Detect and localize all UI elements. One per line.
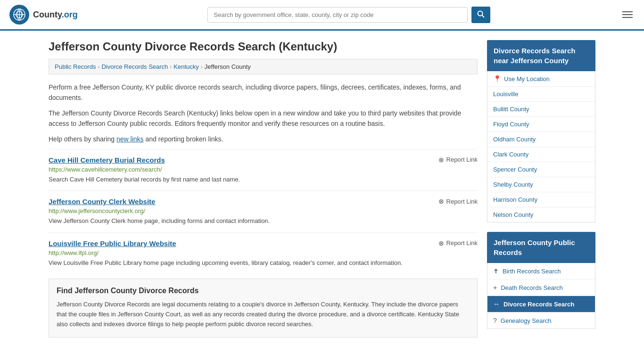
sidebar-nearby-section: Divorce Records Search near Jefferson Co… xyxy=(487,40,595,222)
nelson-link[interactable]: Nelson County xyxy=(493,211,533,218)
sidebar-nearby-harrison[interactable]: Harrison County xyxy=(487,192,595,207)
report-icon-0: ⊗ xyxy=(438,156,444,164)
breadcrumb-divorce-records-search[interactable]: Divorce Records Search xyxy=(101,63,168,70)
menu-line-2 xyxy=(622,14,633,15)
record-title-0[interactable]: Cave Hill Cemetery Burial Records xyxy=(49,156,165,164)
sidebar-death-records[interactable]: + Death Records Search xyxy=(487,280,595,296)
intro-para3-suffix: and reporting broken links. xyxy=(144,135,223,143)
record-item-1: Jefferson County Clerk Website ⊗ Report … xyxy=(49,190,478,232)
report-label-2: Report Link xyxy=(446,239,478,247)
louisville-link[interactable]: Louisville xyxy=(493,90,518,98)
sidebar-birth-records[interactable]: ✝ Birth Records Search xyxy=(487,263,595,280)
record-header-0: Cave Hill Cemetery Burial Records ⊗ Repo… xyxy=(49,156,478,164)
use-my-location-link[interactable]: Use My Location xyxy=(504,75,550,82)
record-title-2[interactable]: Louisville Free Public Library Website xyxy=(49,239,176,247)
genealogy-link[interactable]: Genealogy Search xyxy=(501,317,552,324)
record-header-1: Jefferson County Clerk Website ⊗ Report … xyxy=(49,197,478,206)
record-desc-0: Search Cave Hill Cemetery burial records… xyxy=(49,175,478,184)
sidebar-nearby-spencer[interactable]: Spencer County xyxy=(487,162,595,177)
search-button[interactable] xyxy=(471,7,490,23)
logo-tld: .org xyxy=(62,10,78,19)
breadcrumb: Public Records › Divorce Records Search … xyxy=(49,59,478,74)
svg-line-6 xyxy=(482,15,485,17)
breadcrumb-current: Jefferson County xyxy=(205,63,251,70)
sidebar-nearby-clark[interactable]: Clark County xyxy=(487,147,595,162)
logo-text: County.org xyxy=(33,10,78,20)
record-title-1[interactable]: Jefferson County Clerk Website xyxy=(49,197,155,206)
sidebar-nearby-list: 📍 Use My Location Louisville Bullitt Cou… xyxy=(487,71,595,222)
death-icon: + xyxy=(493,284,497,291)
find-section: Find Jefferson County Divorce Records Je… xyxy=(49,279,478,337)
search-icon xyxy=(477,10,485,18)
intro-para-3: Help others by sharing new links and rep… xyxy=(49,134,478,144)
record-desc-2: View Louisville Free Public Library home… xyxy=(49,258,478,268)
intro-para-2: The Jefferson County Divorce Records Sea… xyxy=(49,108,478,129)
breadcrumb-sep-3: › xyxy=(201,64,203,70)
sidebar-nearby-floyd[interactable]: Floyd County xyxy=(487,117,595,132)
sidebar-divorce-records[interactable]: ↔ Divorce Records Search xyxy=(487,296,595,313)
sidebar-public-records-section: Jefferson County Public Records ✝ Birth … xyxy=(487,232,595,329)
birth-records-link[interactable]: Birth Records Search xyxy=(503,268,561,275)
main-content: Jefferson County Divorce Records Search … xyxy=(49,40,478,338)
oldham-link[interactable]: Oldham County xyxy=(493,136,536,143)
shelby-link[interactable]: Shelby County xyxy=(493,181,533,188)
breadcrumb-public-records[interactable]: Public Records xyxy=(55,63,96,70)
page-title: Jefferson County Divorce Records Search … xyxy=(49,40,478,53)
record-url-1: http://www.jeffersoncountyclerk.org/ xyxy=(49,207,478,214)
sidebar: Divorce Records Search near Jefferson Co… xyxy=(487,40,595,338)
report-link-btn-2[interactable]: ⊗ Report Link xyxy=(438,239,478,247)
record-item-0: Cave Hill Cemetery Burial Records ⊗ Repo… xyxy=(49,149,478,191)
logo-icon xyxy=(9,5,29,25)
pin-icon: 📍 xyxy=(493,75,501,82)
report-link-btn-1[interactable]: ⊗ Report Link xyxy=(438,197,478,205)
clark-link[interactable]: Clark County xyxy=(493,151,528,158)
record-list: Cave Hill Cemetery Burial Records ⊗ Repo… xyxy=(49,149,478,274)
sidebar-nearby-oldham[interactable]: Oldham County xyxy=(487,132,595,147)
report-icon-2: ⊗ xyxy=(438,239,444,247)
report-icon-1: ⊗ xyxy=(438,197,444,205)
report-label-1: Report Link xyxy=(446,198,478,205)
menu-line-1 xyxy=(622,11,633,12)
find-section-text: Jefferson County Divorce Records are leg… xyxy=(57,300,470,329)
sidebar-genealogy-search[interactable]: ? Genealogy Search xyxy=(487,313,595,329)
sidebar-use-my-location[interactable]: 📍 Use My Location xyxy=(487,71,595,87)
sidebar-nearby-nelson[interactable]: Nelson County xyxy=(487,207,595,222)
breadcrumb-sep-2: › xyxy=(170,64,172,70)
sidebar-nearby-louisville[interactable]: Louisville xyxy=(487,87,595,102)
divorce-icon: ↔ xyxy=(493,300,500,308)
report-link-btn-0[interactable]: ⊗ Report Link xyxy=(438,156,478,164)
menu-line-3 xyxy=(622,17,633,18)
record-url-0: https://www.cavehillcemetery.com/search/ xyxy=(49,166,478,173)
sidebar-public-records-header: Jefferson County Public Records xyxy=(487,232,595,263)
sidebar-public-records-list: ✝ Birth Records Search + Death Records S… xyxy=(487,263,595,329)
sidebar-nearby-header: Divorce Records Search near Jefferson Co… xyxy=(487,40,595,71)
record-header-2: Louisville Free Public Library Website ⊗… xyxy=(49,239,478,247)
bullitt-link[interactable]: Bullitt County xyxy=(493,106,529,113)
menu-button[interactable] xyxy=(620,9,635,20)
breadcrumb-kentucky[interactable]: Kentucky xyxy=(173,63,198,70)
sidebar-nearby-shelby[interactable]: Shelby County xyxy=(487,177,595,192)
search-area xyxy=(207,7,490,23)
record-item-2: Louisville Free Public Library Website ⊗… xyxy=(49,232,478,274)
death-records-link[interactable]: Death Records Search xyxy=(501,284,563,291)
find-section-title: Find Jefferson County Divorce Records xyxy=(57,287,470,295)
report-label-0: Report Link xyxy=(446,156,478,163)
intro-para3-prefix: Help others by sharing xyxy=(49,135,116,143)
header: County.org xyxy=(0,0,644,31)
svg-point-5 xyxy=(478,11,483,16)
record-url-2: http://www.lfpl.org/ xyxy=(49,249,478,256)
new-links[interactable]: new links xyxy=(116,135,144,143)
divorce-records-link[interactable]: Divorce Records Search xyxy=(504,301,574,308)
harrison-link[interactable]: Harrison County xyxy=(493,196,537,203)
logo-area: County.org xyxy=(9,5,78,25)
floyd-link[interactable]: Floyd County xyxy=(493,121,529,128)
birth-icon: ✝ xyxy=(493,267,499,275)
record-desc-1: View Jefferson County Clerk home page, i… xyxy=(49,216,478,226)
breadcrumb-sep-1: › xyxy=(98,64,99,70)
genealogy-icon: ? xyxy=(493,317,497,324)
intro-para-1: Perform a free Jefferson County, KY publ… xyxy=(49,82,478,103)
main-container: Jefferson County Divorce Records Search … xyxy=(39,31,605,348)
search-input[interactable] xyxy=(207,7,468,23)
sidebar-nearby-bullitt[interactable]: Bullitt County xyxy=(487,102,595,117)
spencer-link[interactable]: Spencer County xyxy=(493,166,537,173)
